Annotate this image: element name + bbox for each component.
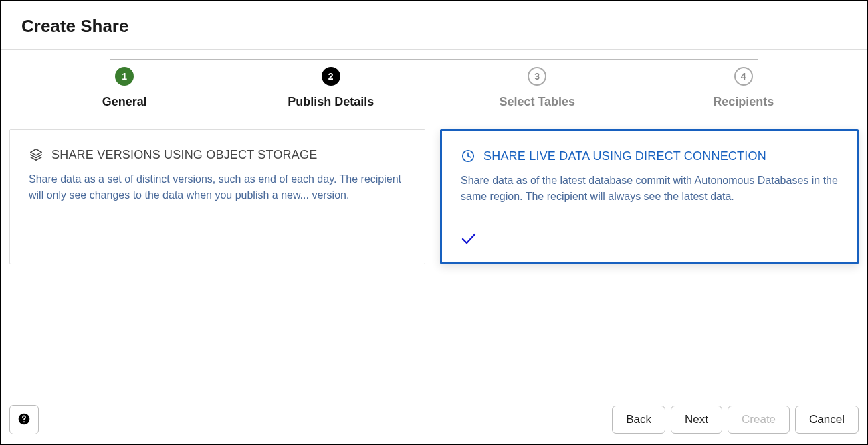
option-header: SHARE VERSIONS USING OBJECT STORAGE xyxy=(29,147,406,162)
help-button[interactable] xyxy=(9,405,39,434)
check-icon xyxy=(461,232,477,248)
option-object-storage[interactable]: SHARE VERSIONS USING OBJECT STORAGE Shar… xyxy=(9,129,425,264)
dialog-footer: Back Next Create Cancel xyxy=(1,395,867,444)
help-icon xyxy=(17,412,31,428)
step-publish-details[interactable]: 2 Publish Details xyxy=(228,67,435,109)
create-share-dialog: Create Share 1 General 2 Publish Details… xyxy=(0,0,868,445)
dialog-header: Create Share xyxy=(1,1,867,49)
page-title: Create Share xyxy=(21,16,847,37)
create-button: Create xyxy=(728,406,790,434)
step-label: Publish Details xyxy=(288,95,374,109)
step-recipients[interactable]: 4 Recipients xyxy=(641,67,847,109)
footer-button-group: Back Next Create Cancel xyxy=(612,406,859,434)
share-type-options: SHARE VERSIONS USING OBJECT STORAGE Shar… xyxy=(1,129,867,264)
step-connector-line xyxy=(110,59,759,60)
svg-marker-0 xyxy=(31,149,42,155)
option-header: SHARE LIVE DATA USING DIRECT CONNECTION xyxy=(461,149,838,163)
option-title: SHARE VERSIONS USING OBJECT STORAGE xyxy=(51,148,317,162)
option-direct-connection[interactable]: SHARE LIVE DATA USING DIRECT CONNECTION … xyxy=(440,129,859,264)
step-select-tables[interactable]: 3 Select Tables xyxy=(434,67,641,109)
clock-icon xyxy=(461,149,475,163)
step-number: 2 xyxy=(322,67,340,86)
step-label: Select Tables xyxy=(499,95,575,109)
option-title: SHARE LIVE DATA USING DIRECT CONNECTION xyxy=(483,149,766,163)
layers-icon xyxy=(29,147,43,162)
step-label: General xyxy=(102,95,147,109)
wizard-stepper: 1 General 2 Publish Details 3 Select Tab… xyxy=(1,50,867,129)
back-button[interactable]: Back xyxy=(612,406,665,434)
svg-point-3 xyxy=(23,421,25,422)
step-number: 4 xyxy=(734,67,753,86)
option-description: Share data as of the latest database com… xyxy=(461,173,838,205)
next-button[interactable]: Next xyxy=(671,406,722,434)
step-general[interactable]: 1 General xyxy=(21,67,228,109)
option-description: Share data as a set of distinct versions… xyxy=(29,171,406,203)
step-label: Recipients xyxy=(713,95,774,109)
step-number: 3 xyxy=(528,67,546,86)
step-number: 1 xyxy=(115,67,134,86)
cancel-button[interactable]: Cancel xyxy=(795,406,859,434)
